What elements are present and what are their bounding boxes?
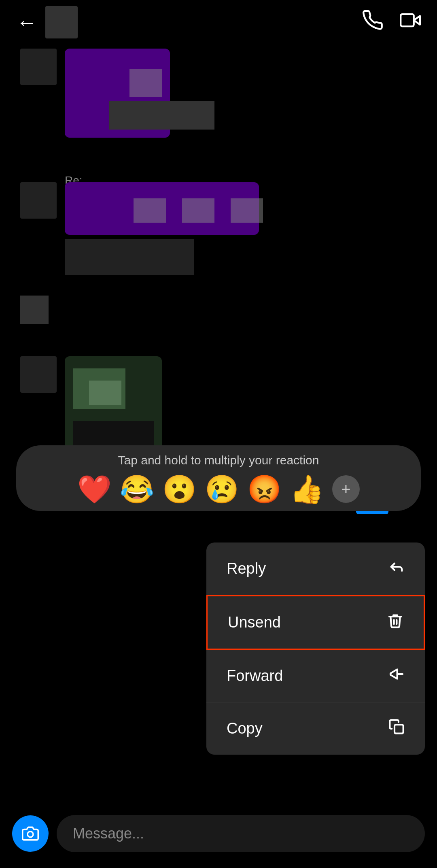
forward-label: Forward [227, 667, 283, 685]
emoji-wow[interactable]: 😮 [162, 475, 197, 503]
message-square-2 [20, 296, 49, 324]
svg-marker-2 [390, 669, 397, 679]
avatar-1 [20, 49, 57, 85]
reaction-hint: Tap and hold to multiply your reaction [118, 453, 319, 467]
camera-button[interactable] [12, 815, 49, 852]
avatar-2 [20, 182, 57, 219]
svg-rect-4 [395, 725, 403, 734]
message-block-1 [20, 49, 174, 170]
unsend-label: Unsend [228, 614, 281, 631]
video-call-button[interactable] [400, 10, 421, 35]
contact-avatar[interactable] [45, 6, 78, 38]
reply-label: Reply [227, 560, 266, 577]
svg-marker-0 [414, 16, 420, 25]
back-button[interactable]: ← [16, 12, 37, 33]
svg-point-5 [28, 832, 33, 837]
message-placeholder: Message... [73, 825, 144, 842]
blurred-content-2c [231, 198, 263, 223]
message-block-2: Re: [20, 182, 263, 328]
copy-icon [388, 719, 405, 738]
img-content-3b [89, 381, 121, 405]
blurred-content-2b [182, 198, 214, 223]
message-bubble-1 [65, 49, 170, 138]
reaction-bar: Tap and hold to multiply your reaction ❤… [16, 445, 421, 511]
emoji-laugh[interactable]: 😂 [120, 475, 154, 503]
forward-menu-item[interactable]: Forward [206, 650, 425, 702]
trash-icon [387, 613, 403, 632]
bottom-input-bar: Message... [0, 799, 437, 868]
message-bubble-2-row2 [65, 239, 194, 275]
blurred-content-1b [109, 101, 214, 130]
call-button[interactable] [363, 10, 384, 35]
emoji-thumbsup[interactable]: 👍 [290, 475, 324, 503]
emoji-cry[interactable]: 😢 [205, 475, 239, 503]
nav-right [363, 10, 421, 35]
reply-icon [388, 559, 405, 579]
emoji-angry[interactable]: 😡 [247, 475, 282, 503]
plus-icon: + [341, 480, 350, 498]
camera-icon [22, 825, 39, 842]
context-menu: Reply Unsend Forward [206, 542, 425, 755]
reply-menu-item[interactable]: Reply [206, 542, 425, 595]
nav-left: ← [16, 6, 78, 38]
copy-menu-item[interactable]: Copy [206, 702, 425, 755]
chat-area: Re: [0, 45, 437, 611]
top-navigation: ← [0, 0, 437, 45]
more-reactions-button[interactable]: + [332, 475, 360, 503]
avatar-3 [20, 356, 57, 393]
blurred-content-1a [129, 69, 162, 97]
svg-rect-1 [401, 14, 414, 26]
copy-label: Copy [227, 720, 263, 737]
forward-icon [388, 666, 405, 686]
message-bubble-2 [65, 182, 259, 235]
emoji-heart[interactable]: ❤️ [77, 475, 112, 503]
blurred-content-2a [134, 198, 166, 223]
message-input[interactable]: Message... [57, 815, 425, 852]
unsend-menu-item[interactable]: Unsend [206, 595, 425, 650]
reaction-emoji-row: ❤️ 😂 😮 😢 😡 👍 + [77, 475, 360, 503]
